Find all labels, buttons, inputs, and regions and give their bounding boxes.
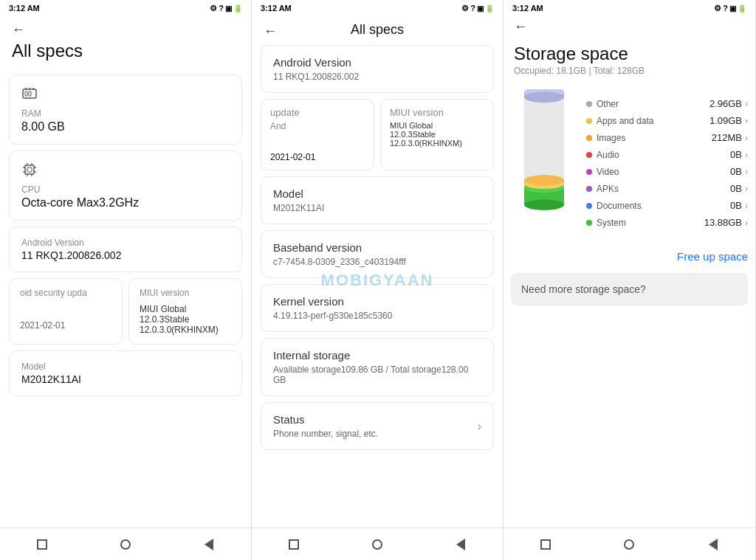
storage-content: Other 2.96GB › Apps and data 1.09GB › Im… [504, 82, 755, 528]
panel-all-specs-2: 3:12 AM ⚙ ? ▣ 🔋 ← All specs MOBIGYAAN An… [252, 0, 504, 560]
time-2: 3:12 AM [261, 4, 292, 13]
settings-icon-1: ⚙ [210, 4, 217, 13]
time-1: 3:12 AM [9, 4, 40, 13]
update-label: update [270, 107, 365, 118]
status-bar-3: 3:12 AM ⚙ ? ▣ 🔋 [504, 0, 755, 16]
panel2-header: ← All specs [252, 16, 503, 45]
legend-chevron-icon: › [745, 133, 748, 143]
svg-rect-1 [25, 91, 27, 96]
legend-chevron-icon: › [745, 99, 748, 109]
nav-back-2[interactable] [453, 536, 469, 553]
storage-legend-item[interactable]: Images 212MB › [586, 129, 748, 146]
android-version-label-1: Android Version [21, 238, 230, 248]
android-version-card-1: Android Version 11 RKQ1.200826.002 [9, 227, 242, 272]
legend-chevron-icon: › [745, 201, 748, 211]
security-update-date: 2021-02-01 [20, 320, 111, 331]
storage-legend: Other 2.96GB › Apps and data 1.09GB › Im… [586, 95, 748, 231]
ram-label: RAM [21, 108, 230, 119]
android-version-value-2: 11 RKQ1.200826.002 [273, 72, 481, 82]
svg-rect-6 [25, 165, 34, 174]
status-bar-2: 3:12 AM ⚙ ? ▣ 🔋 [252, 0, 503, 16]
kernel-card: Kernel version 4.19.113-perf-g530e185c53… [261, 284, 494, 332]
update-miui-row: update And 2021-02-01 MIUI version MIUI … [261, 99, 494, 170]
security-miui-row: oid security upda 2021-02-01 MIUI versio… [9, 278, 242, 345]
nav-square-1[interactable] [34, 536, 50, 553]
internal-storage-value: Available storage109.86 GB / Total stora… [273, 364, 481, 385]
storage-cylinder [511, 89, 577, 237]
storage-legend-item[interactable]: System 13.88GB › [586, 214, 748, 231]
status-bar-1: 3:12 AM ⚙ ? ▣ 🔋 [0, 0, 251, 16]
model-label-1: Model [21, 362, 230, 372]
back-button-1[interactable]: ← [12, 22, 25, 38]
miui-val3: 12.0.3.0(RKHINXM) [390, 139, 484, 148]
internal-storage-label: Internal storage [273, 349, 481, 362]
miui-version-value1-1: MIUI Global [140, 304, 231, 314]
panel1-content: RAM 8.00 GB CPU Octa-core Max3.2GHz Andr… [0, 69, 251, 528]
status-card[interactable]: Status Phone number, signal, etc. › [261, 402, 494, 450]
storage-legend-item[interactable]: APKs 0B › [586, 180, 748, 197]
need-more-storage-box: Need more storage space? [511, 273, 748, 305]
free-up-space-button[interactable]: Free up space [511, 244, 748, 269]
battery-icon-1: 🔋 [233, 4, 242, 13]
back-button-3[interactable]: ← [514, 19, 527, 35]
status-value: Phone number, signal, etc. [273, 429, 378, 439]
help-icon-1: ? [219, 4, 224, 13]
android-version-value-1: 11 RKQ1.200826.002 [21, 249, 230, 261]
nav-bar-1 [0, 528, 251, 560]
nav-bar-2 [252, 528, 503, 560]
legend-value: 212MB [712, 132, 742, 143]
sim-icon-1: ▣ [225, 4, 232, 13]
svg-rect-16 [524, 96, 564, 182]
help-icon-3: ? [723, 4, 728, 13]
svg-rect-7 [27, 167, 32, 172]
cpu-value: Octa-core Max3.2GHz [21, 196, 230, 210]
legend-value: 1.09GB [709, 115, 742, 126]
battery-icon-3: 🔋 [738, 4, 746, 13]
legend-chevron-icon: › [745, 167, 748, 177]
panel1-header: ← All specs [0, 16, 251, 69]
miui-val1: MIUI Global [390, 121, 484, 130]
storage-header: ← Storage space Occupied: 18.1GB | Total… [504, 16, 755, 82]
model-card-2: Model M2012K11AI [261, 176, 494, 224]
nav-home-3[interactable] [621, 536, 637, 553]
legend-name: Audio [597, 150, 619, 160]
legend-value: 0B [730, 183, 742, 194]
legend-value: 13.88GB [704, 217, 742, 228]
miui-label-2: MIUI version [390, 107, 484, 118]
legend-name: Documents [597, 201, 642, 211]
storage-legend-item[interactable]: Other 2.96GB › [586, 95, 748, 112]
legend-chevron-icon: › [745, 150, 748, 160]
panel-storage: 3:12 AM ⚙ ? ▣ 🔋 ← Storage space Occupied… [504, 0, 756, 560]
sim-icon-3: ▣ [729, 4, 736, 13]
storage-legend-item[interactable]: Apps and data 1.09GB › [586, 112, 748, 129]
model-label-2: Model [273, 187, 481, 200]
nav-square-3[interactable] [537, 536, 554, 553]
storage-legend-item[interactable]: Documents 0B › [586, 197, 748, 214]
nav-back-1[interactable] [201, 536, 217, 553]
svg-rect-2 [29, 91, 31, 96]
legend-value: 2.96GB [709, 98, 742, 109]
nav-back-3[interactable] [705, 536, 721, 553]
ram-icon [21, 86, 230, 106]
miui-version-card-2: MIUI version MIUI Global 12.0.3Stable 12… [380, 99, 494, 170]
storage-legend-item[interactable]: Video 0B › [586, 163, 748, 180]
page-title-1: All specs [12, 41, 239, 61]
miui-version-label-1: MIUI version [140, 288, 231, 298]
android-version-label-2: Android Version [273, 56, 481, 69]
baseband-card: Baseband version c7-7454.8-0309_2336_c40… [261, 230, 494, 278]
kernel-label: Kernel version [273, 295, 481, 308]
status-chevron: › [478, 420, 481, 433]
security-update-label: oid security upda [20, 288, 111, 298]
svg-point-29 [524, 92, 564, 103]
storage-legend-item[interactable]: Audio 0B › [586, 146, 748, 163]
baseband-label: Baseband version [273, 241, 481, 254]
nav-home-1[interactable] [117, 536, 134, 553]
update-date: 2021-02-01 [270, 152, 365, 162]
nav-home-2[interactable] [369, 536, 385, 553]
legend-value: 0B [730, 200, 742, 211]
miui-version-value2-1: 12.0.3Stable [140, 314, 231, 325]
page-title-2: All specs [351, 22, 404, 38]
nav-square-2[interactable] [286, 536, 302, 553]
settings-icon-3: ⚙ [714, 4, 721, 13]
back-button-2[interactable]: ← [264, 24, 277, 39]
